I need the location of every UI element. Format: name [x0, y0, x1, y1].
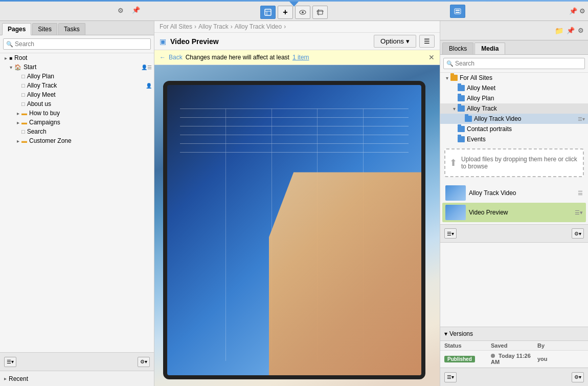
sidebar-bottom-bar: ☰▾ ⚙▾	[0, 352, 154, 371]
page-header: ▣ Video Preview Options ▾ ☰	[154, 33, 440, 50]
breadcrumb: For All Sites › Alloy Track › Alloy Trac…	[154, 21, 440, 33]
tree-label-alloy-meet: Alloy Meet	[27, 91, 152, 98]
right-menu-btn[interactable]: ☰▾	[444, 372, 457, 382]
tree-item-search[interactable]: □ Search	[0, 127, 154, 136]
versions-title: Versions	[449, 330, 473, 337]
folder-icon-alloy-track-video	[465, 116, 472, 122]
tab-pages[interactable]: Pages	[2, 23, 31, 35]
top-toolbar: ⚙ 📌 + 📌 ⚙	[0, 2, 588, 21]
col-status: Status	[444, 342, 491, 349]
tab-sites[interactable]: Sites	[32, 23, 57, 35]
options-label: Options	[380, 37, 404, 45]
tree-item-how-to-buy[interactable]: ▸ ▬ How to buy	[0, 109, 154, 118]
version-saved-time: Today 11:26 AM	[491, 353, 531, 365]
tree-item-root[interactable]: ▸ ■ Root	[0, 53, 154, 62]
pages-view-btn[interactable]	[450, 5, 465, 18]
menu-icon-start[interactable]: ☰	[147, 65, 152, 70]
folder-icon-events	[458, 136, 465, 142]
gear-icon-right[interactable]: ⚙	[579, 7, 585, 15]
folder-icon-for-all-sites	[450, 75, 458, 81]
version-row-1[interactable]: Published Today 11:26 AM you	[440, 351, 588, 368]
versions-header[interactable]: ▾ Versions	[440, 327, 588, 341]
sidebar-settings-btn[interactable]: ⚙▾	[138, 357, 150, 367]
gear-icon-right-sidebar[interactable]: ⚙	[578, 27, 584, 34]
right-search-area: 🔍	[440, 55, 588, 73]
tab-tasks[interactable]: Tasks	[58, 23, 85, 35]
versions-table-header: Status Saved By	[440, 341, 588, 351]
back-link[interactable]: Back	[169, 54, 183, 61]
tree-label-how-to-buy: How to buy	[29, 110, 152, 117]
tree-item-about-us[interactable]: □ About us	[0, 99, 154, 109]
version-dot	[491, 354, 495, 358]
media-tree-alloy-meet[interactable]: Alloy Meet	[440, 83, 588, 93]
media-label-for-all-sites: For All Sites	[460, 74, 585, 81]
media-tree-alloy-track-video[interactable]: Alloy Track Video ☰▾	[440, 114, 588, 124]
notif-item-link[interactable]: 1 item	[292, 54, 309, 61]
page-tree: ▸ ■ Root ▾ 🏠 Start 👤 ☰ □ Alloy Plan	[0, 53, 154, 352]
tree-item-campaigns[interactable]: ▸ ▬ Campaigns	[0, 118, 154, 127]
media-menu-btn[interactable]: ☰▾	[444, 228, 457, 239]
media-item-menu-icon[interactable]: ☰▾	[578, 116, 585, 122]
right-search-input[interactable]	[443, 58, 585, 69]
preview-btn[interactable]	[295, 6, 310, 19]
media-tree-alloy-track[interactable]: ▾ Alloy Track	[440, 103, 588, 114]
version-saved: Today 11:26 AM	[491, 353, 537, 365]
toolbar-far-right: 📌 ⚙	[569, 7, 585, 15]
tablet-body	[163, 81, 425, 379]
tree-item-alloy-track[interactable]: □ Alloy Track 👤	[0, 81, 154, 90]
media-file-video-preview[interactable]: Video Preview ☰▾	[442, 203, 586, 222]
sidebar-search-icon: 🔍	[6, 41, 13, 48]
hand-visual	[269, 172, 421, 375]
media-tree-for-all-sites[interactable]: ▾ For All Sites	[440, 73, 588, 83]
right-search-icon: 🔍	[446, 60, 454, 67]
notif-close-btn[interactable]: ✕	[428, 53, 435, 61]
tree-label-search: Search	[27, 128, 152, 135]
media-tree-contact-portraits[interactable]: Contact portraits	[440, 124, 588, 134]
notif-arrow: ←	[160, 54, 166, 61]
folder-icon-right[interactable]: 📁	[555, 27, 563, 35]
breadcrumb-for-all-sites[interactable]: For All Sites	[160, 23, 192, 30]
pin-icon-right-sidebar[interactable]: 📌	[567, 27, 575, 34]
tab-blocks[interactable]: Blocks	[442, 42, 473, 54]
media-settings-btn[interactable]: ⚙▾	[572, 228, 584, 239]
crop-btn[interactable]	[312, 6, 328, 19]
sidebar-menu-btn[interactable]: ☰▾	[4, 357, 16, 367]
recent-bar[interactable]: ▸ Recent	[0, 371, 154, 386]
media-file-actions-alloy-track-video[interactable]: ☰	[578, 190, 583, 197]
page-icon-alloy-plan: □	[21, 73, 25, 79]
tab-media[interactable]: Media	[474, 42, 505, 54]
tree-item-customer-zone[interactable]: ▸ ▬ Customer Zone	[0, 136, 154, 145]
breadcrumb-alloy-track[interactable]: Alloy Track	[198, 23, 229, 30]
notif-message: Changes made here will affect at least	[186, 54, 289, 61]
folder-icon-campaigns: ▬	[21, 119, 27, 125]
media-file-alloy-track-video[interactable]: Alloy Track Video ☰	[442, 183, 586, 203]
media-tree-alloy-plan[interactable]: Alloy Plan	[440, 93, 588, 103]
recent-label: Recent	[9, 375, 28, 382]
media-tree-events[interactable]: Events	[440, 134, 588, 144]
tree-item-alloy-plan[interactable]: □ Alloy Plan	[0, 72, 154, 81]
options-button[interactable]: Options ▾	[374, 35, 416, 48]
media-file-actions-video-preview[interactable]: ☰▾	[575, 209, 583, 216]
tree-item-alloy-meet[interactable]: □ Alloy Meet	[0, 90, 154, 99]
sidebar-search-area: 🔍	[0, 35, 154, 53]
versions-section: ▾ Versions Status Saved By Published Tod…	[440, 327, 588, 368]
expand-alloy-track-right: ▾	[450, 106, 458, 112]
media-label-events: Events	[467, 136, 585, 143]
expand-for-all-sites: ▾	[443, 75, 450, 81]
breadcrumb-sep-1: ›	[194, 23, 196, 30]
tree-item-start[interactable]: ▾ 🏠 Start 👤 ☰	[0, 62, 154, 72]
gear-icon-left[interactable]: ⚙	[118, 7, 124, 14]
breadcrumb-alloy-track-video[interactable]: Alloy Track Video	[235, 23, 282, 30]
right-settings-btn[interactable]: ⚙▾	[572, 372, 584, 382]
pin-icon-right[interactable]: 📌	[569, 7, 577, 15]
media-label-alloy-track-video: Alloy Track Video	[474, 115, 578, 122]
sidebar-tabs: Pages Sites Tasks	[0, 21, 154, 35]
version-status: Published	[444, 356, 491, 362]
upload-area[interactable]: ⬆ Upload files by dropping them here or …	[444, 148, 584, 177]
layout-tool-btn[interactable]	[260, 6, 276, 19]
pin-icon-left[interactable]: 📌	[132, 6, 140, 14]
add-btn[interactable]: +	[278, 6, 293, 19]
sidebar-search-input[interactable]	[3, 38, 151, 50]
upload-icon: ⬆	[449, 157, 457, 168]
list-view-button[interactable]: ☰	[419, 35, 435, 48]
